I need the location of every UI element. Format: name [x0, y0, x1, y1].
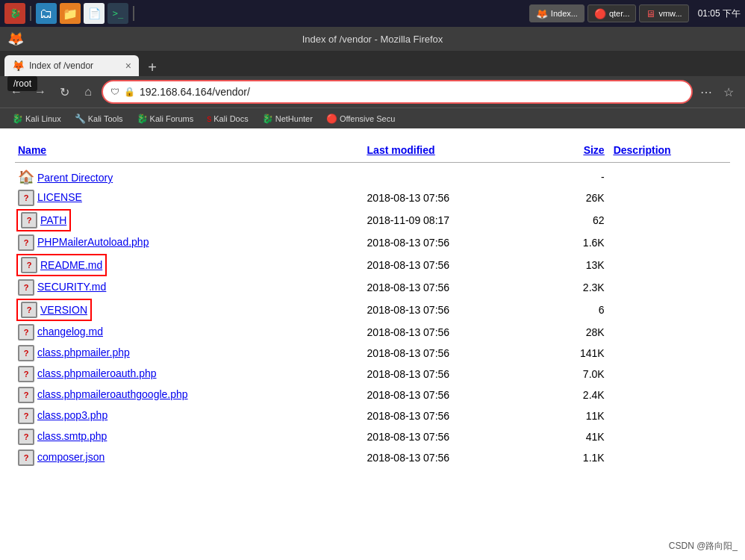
tab-title: Index of /vendor: [29, 60, 121, 71]
file-date-cell: 2018-08-13 07:56: [337, 385, 551, 405]
file-size-cell: 2.4K: [550, 385, 611, 405]
taskbar: 🐉 🗂 📁 📄 >_ 🦊 Index... 🔴 qter... 🖥 vmw...…: [0, 0, 745, 27]
browser-window: 🦊 Index of /vendor - Mozilla Firefox 🦊 I…: [0, 27, 745, 560]
kali-tools-icon: 🔧: [75, 113, 86, 124]
sort-by-size-link[interactable]: Size: [584, 144, 605, 156]
bookmark-nethunter-label: NetHunter: [275, 114, 313, 123]
file-name-cell: ?composer.json: [15, 447, 337, 468]
file-name-cell: ?class.phpmaileroauth.php: [15, 364, 337, 385]
file-date-cell: 2018-08-13 07:56: [337, 253, 551, 277]
nav-extra-buttons: ⋯ ☆: [696, 81, 739, 102]
more-options-button[interactable]: ⋯: [696, 81, 717, 102]
file-description-cell: [611, 343, 730, 364]
home-button[interactable]: ⌂: [78, 81, 99, 102]
window-label-index: Index...: [551, 9, 578, 18]
file-link[interactable]: PHPMailerAutoload.php: [37, 236, 149, 248]
sort-by-name-link[interactable]: Name: [18, 144, 46, 156]
file-link[interactable]: changelog.md: [37, 326, 103, 337]
url-bar[interactable]: 🛡 🔒: [102, 80, 693, 104]
file-size-cell: 62: [550, 208, 611, 232]
page-content: Name Last modified Size Description 🏠Par…: [0, 128, 745, 560]
bookmark-button[interactable]: ☆: [718, 81, 739, 102]
file-name-cell: ?SECURITY.md: [15, 277, 337, 298]
file-date-cell: 2018-08-13 07:56: [337, 187, 551, 208]
unknown-file-icon: ?: [18, 449, 34, 466]
bookmark-nethunter[interactable]: 🐉 NetHunter: [256, 112, 319, 125]
file-date-cell: 2018-08-13 07:56: [337, 277, 551, 298]
folder-icon[interactable]: 📁: [60, 3, 81, 24]
col-header-description: Description: [611, 140, 730, 163]
bookmark-kali-tools[interactable]: 🔧 Kali Tools: [69, 112, 129, 125]
firefox-window-btn-qter[interactable]: 🔴 qter...: [587, 4, 637, 22]
file-link[interactable]: class.pop3.php: [37, 409, 107, 421]
kali-forums-icon: 🐉: [137, 113, 148, 124]
new-tab-button[interactable]: +: [143, 58, 161, 76]
document-icon[interactable]: 📄: [84, 3, 105, 24]
firefox-icon: 🦊: [536, 8, 548, 19]
browser-tab[interactable]: 🦊 Index of /vendor ×: [4, 55, 139, 76]
bookmark-kali-linux[interactable]: 🐉 Kali Linux: [6, 112, 67, 125]
file-link[interactable]: composer.json: [37, 451, 105, 463]
table-row: ?changelog.md2018-08-13 07:5628K: [15, 322, 730, 343]
table-row: ?class.smtp.php2018-08-13 07:5641K: [15, 426, 730, 447]
file-link[interactable]: LICENSE: [37, 191, 82, 203]
file-size-cell: 1.1K: [550, 447, 611, 468]
firefox-logo: 🦊: [7, 31, 24, 47]
lock-icon: 🔒: [124, 87, 135, 97]
file-link[interactable]: README.md: [40, 259, 102, 271]
file-link[interactable]: Parent Directory: [37, 172, 113, 184]
file-description-cell: [611, 405, 730, 426]
terminal-icon[interactable]: >_: [107, 3, 128, 24]
file-link[interactable]: class.phpmaileroauthgoogle.php: [37, 388, 188, 400]
browser-title: Index of /vendor - Mozilla Firefox: [302, 34, 443, 45]
file-link[interactable]: class.phpmailer.php: [37, 346, 130, 358]
reload-button[interactable]: ↻: [54, 81, 75, 102]
file-size-cell: 26K: [550, 187, 611, 208]
file-date-cell: 2018-08-13 07:56: [337, 298, 551, 322]
file-size-cell: 141K: [550, 343, 611, 364]
sort-by-modified-link[interactable]: Last modified: [367, 144, 435, 156]
files-manager-icon[interactable]: 🗂: [36, 3, 57, 24]
file-link[interactable]: VERSION: [40, 304, 87, 316]
tab-close-button[interactable]: ×: [125, 60, 131, 72]
shield-icon: 🛡: [110, 87, 119, 97]
col-header-modified[interactable]: Last modified: [337, 140, 551, 163]
file-description-cell: [611, 253, 730, 277]
taskbar-separator: [30, 6, 31, 21]
file-link[interactable]: PATH: [40, 214, 66, 226]
file-description-cell: [611, 364, 730, 385]
unknown-file-icon: ?: [18, 345, 34, 361]
file-link[interactable]: class.smtp.php: [37, 430, 107, 442]
file-date-cell: 2018-08-13 07:56: [337, 405, 551, 426]
unknown-file-icon: ?: [18, 190, 34, 206]
file-name-cell: 🏠Parent Directory: [15, 163, 337, 188]
file-date-cell: 2018-08-13 07:56: [337, 426, 551, 447]
sort-by-description-link[interactable]: Description: [614, 144, 671, 156]
tab-tooltip: /root: [7, 76, 37, 91]
url-input[interactable]: [140, 86, 684, 98]
file-description-cell: [611, 232, 730, 253]
unknown-file-icon: ?: [18, 234, 34, 251]
nav-bar: ← → ↻ ⌂ 🛡 🔒 ⋯ ☆: [0, 76, 745, 108]
col-header-name[interactable]: Name: [15, 140, 337, 163]
file-description-cell: [611, 277, 730, 298]
file-description-cell: [611, 208, 730, 232]
kali-dragon-icon[interactable]: 🐉: [4, 3, 25, 24]
bookmark-kali-docs[interactable]: s Kali Docs: [201, 112, 254, 125]
file-name-cell: ?LICENSE: [15, 187, 337, 208]
bookmark-kali-tools-label: Kali Tools: [88, 114, 123, 123]
table-row: ?class.phpmaileroauth.php2018-08-13 07:5…: [15, 364, 730, 385]
unknown-file-icon: ?: [18, 408, 34, 424]
firefox-window-btn-index[interactable]: 🦊 Index...: [529, 4, 585, 22]
file-link[interactable]: class.phpmaileroauth.php: [37, 367, 157, 379]
file-size-cell: 11K: [550, 405, 611, 426]
col-header-size[interactable]: Size: [550, 140, 611, 163]
vmware-window-btn[interactable]: 🖥 vmw...: [639, 4, 688, 22]
unknown-file-icon: ?: [21, 212, 37, 228]
file-link[interactable]: SECURITY.md: [37, 281, 106, 293]
bookmark-kali-forums[interactable]: 🐉 Kali Forums: [131, 112, 200, 125]
file-description-cell: [611, 426, 730, 447]
taskbar-separator2: [133, 6, 134, 21]
bookmark-offensive-secu[interactable]: 🔴 Offensive Secu: [320, 112, 401, 125]
unknown-file-icon: ?: [18, 279, 34, 296]
